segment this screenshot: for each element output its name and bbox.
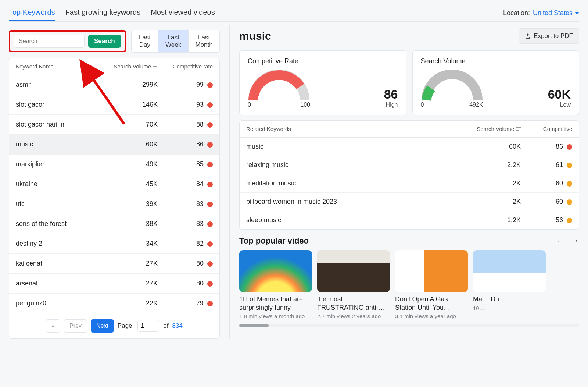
related-name: billboard women in music 2023 <box>246 198 458 206</box>
keyword-volume: 45K <box>103 180 158 188</box>
prev-button[interactable]: Prev <box>64 319 87 333</box>
first-page-button[interactable]: « <box>46 319 60 333</box>
table-row[interactable]: music60K86 <box>9 135 219 155</box>
related-row[interactable]: music60K86 <box>240 138 579 156</box>
keyword-rate: 80 <box>158 280 213 287</box>
chevron-down-icon <box>575 12 579 14</box>
table-row[interactable]: markiplier49K85 <box>9 155 219 174</box>
keyword-name: slot gacor <box>16 101 103 109</box>
rate-dot-icon <box>207 261 213 267</box>
rate-dot-icon <box>567 181 572 187</box>
video-card[interactable]: the most FRUSTRATING anti-…2.7 mln views… <box>317 250 390 319</box>
col-rel-competitive[interactable]: Competitive <box>521 126 572 132</box>
keyword-name: asmr <box>16 81 103 89</box>
video-meta: 1.8 mln views a month ago <box>239 313 312 319</box>
search-box-annotation: Search <box>9 30 126 52</box>
keyword-volume: 27K <box>103 260 158 267</box>
competitive-gauge-arc <box>248 69 310 102</box>
location-value[interactable]: United States <box>533 9 579 17</box>
rate-dot-icon <box>567 163 572 168</box>
related-volume: 2.2K <box>458 161 521 169</box>
table-row[interactable]: ufc39K83 <box>9 194 219 214</box>
rate-dot-icon <box>207 82 213 88</box>
table-row[interactable]: penguinz022K79 <box>9 294 219 313</box>
gauge-competitive: Competitive Rate 0 100 <box>239 50 406 115</box>
keyword-rate: 83 <box>158 220 213 228</box>
period-last-week[interactable]: Last Week <box>158 30 188 52</box>
col-competitive-rate[interactable]: Competitive rate <box>158 63 213 70</box>
rate-dot-icon <box>207 142 213 148</box>
table-row[interactable]: destiny 234K82 <box>9 234 219 254</box>
related-rate: 60 <box>521 180 572 187</box>
search-button[interactable]: Search <box>88 35 121 48</box>
related-row[interactable]: billboard women in music 20232K60 <box>240 193 579 211</box>
sort-icon <box>516 127 521 131</box>
keyword-rate: 79 <box>158 299 213 307</box>
competitive-scale-min: 0 <box>248 102 251 108</box>
rate-dot-icon <box>207 281 213 287</box>
rate-dot-icon <box>567 144 572 150</box>
table-row[interactable]: sons of the forest38K83 <box>9 214 219 234</box>
table-row[interactable]: arsenal27K80 <box>9 274 219 294</box>
tab-top-keywords[interactable]: Top Keywords <box>9 4 55 21</box>
rate-dot-icon <box>567 199 572 205</box>
related-volume: 60K <box>458 143 521 150</box>
table-row[interactable]: slot gacor hari ini70K88 <box>9 115 219 135</box>
video-prev-icon[interactable]: ← <box>556 236 564 246</box>
video-card[interactable]: Don't Open A Gas Station Until You…3.1 m… <box>395 250 468 319</box>
keyword-name: music <box>16 141 103 148</box>
gauge-volume: Search Volume 0 492K <box>412 50 580 115</box>
tab-fast-growing[interactable]: Fast growing keywords <box>65 4 141 21</box>
video-next-icon[interactable]: → <box>571 236 579 246</box>
keyword-rate: 84 <box>158 180 213 188</box>
table-row[interactable]: slot gacor146K93 <box>9 95 219 115</box>
col-rel-volume[interactable]: Search Volume <box>458 126 521 132</box>
competitive-scale-max: 100 <box>300 102 310 108</box>
next-button[interactable]: Next <box>91 319 114 333</box>
video-meta: 10… <box>473 305 546 311</box>
video-card[interactable]: 1H of Memes that are surprisingly funny1… <box>239 250 312 319</box>
period-last-month[interactable]: Last Month <box>188 30 219 52</box>
table-row[interactable]: ukraine45K84 <box>9 174 219 194</box>
related-name: relaxing music <box>246 161 458 169</box>
rate-dot-icon <box>207 241 213 247</box>
table-row[interactable]: kai cenat27K80 <box>9 254 219 274</box>
total-pages: 834 <box>172 322 182 330</box>
page-input[interactable] <box>137 320 159 332</box>
related-volume: 2K <box>458 180 521 187</box>
volume-scale-min: 0 <box>421 102 424 108</box>
rate-dot-icon <box>567 218 572 223</box>
related-row[interactable]: meditation music2K60 <box>240 174 579 193</box>
keyword-volume: 70K <box>103 121 158 128</box>
location-picker: Location: United States <box>503 9 579 17</box>
keyword-name: destiny 2 <box>16 240 103 248</box>
col-search-volume[interactable]: Search Volume <box>103 63 158 70</box>
related-name: music <box>246 143 458 150</box>
volume-level: Low <box>548 102 571 108</box>
search-input[interactable] <box>14 35 85 48</box>
col-keyword-name[interactable]: Keyword Name <box>16 63 103 70</box>
table-row[interactable]: asmr299K99 <box>9 75 219 95</box>
pagination: « Prev Next Page: of 834 <box>9 313 219 338</box>
detail-title: music <box>239 30 271 42</box>
keyword-rate: 93 <box>158 101 213 109</box>
col-related-keywords[interactable]: Related Keywords <box>246 126 458 132</box>
related-volume: 1.2K <box>458 216 521 224</box>
keyword-volume: 49K <box>103 160 158 168</box>
keyword-rate: 88 <box>158 121 213 128</box>
sort-icon <box>153 65 158 68</box>
top-popular-video-title: Top popular video <box>239 236 309 246</box>
related-row[interactable]: relaxing music2.2K61 <box>240 156 579 174</box>
export-pdf-button[interactable]: Export to PDF <box>519 28 579 44</box>
video-scrollbar[interactable] <box>239 324 579 327</box>
keyword-volume: 38K <box>103 220 158 228</box>
related-row[interactable]: sleep music1.2K56 <box>240 211 579 229</box>
tab-most-viewed[interactable]: Most viewed videos <box>151 4 215 21</box>
video-thumbnail <box>317 250 390 292</box>
keyword-name: kai cenat <box>16 260 103 267</box>
gauge-volume-title: Search Volume <box>421 57 571 65</box>
period-last-day[interactable]: Last Day <box>132 30 158 52</box>
video-title: Don't Open A Gas Station Until You… <box>395 295 468 312</box>
video-card[interactable]: Ma… Du…10… <box>473 250 546 319</box>
keyword-name: arsenal <box>16 280 103 287</box>
